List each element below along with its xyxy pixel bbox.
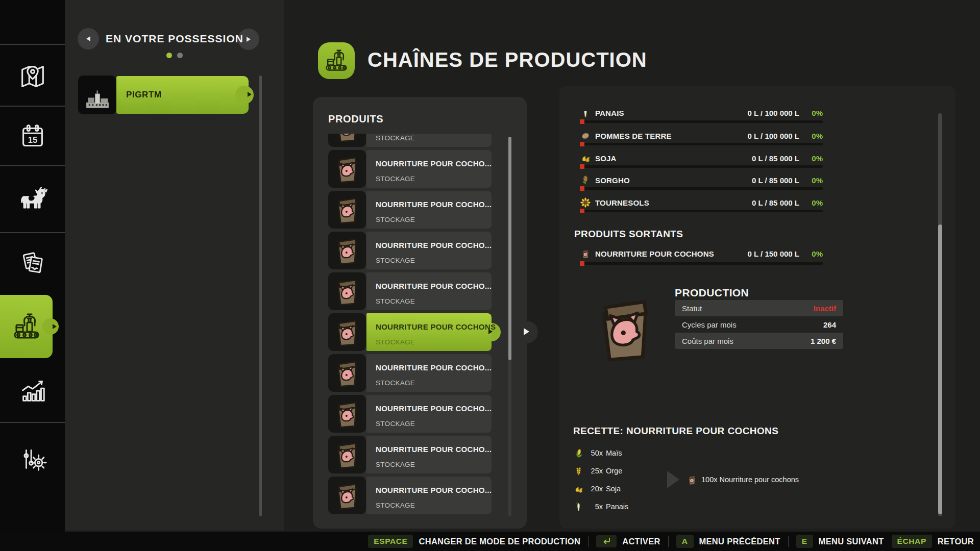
- sidebar-item-calendar[interactable]: 15: [0, 109, 65, 165]
- hint-previous-menu[interactable]: A MENU PRÉCÉDENT: [676, 535, 780, 548]
- storage-value: 0 L / 100 000 L: [748, 132, 799, 140]
- product-item-title: NOURRITURE POUR COCHO...: [376, 486, 492, 494]
- pig-feed-bag-icon: [597, 291, 652, 365]
- hint-label: MENU PRÉCÉDENT: [699, 537, 780, 546]
- hint-activate[interactable]: ACTIVER: [596, 535, 660, 547]
- page-icon-tile: [318, 42, 355, 79]
- bar-marker: [580, 261, 584, 266]
- storage-bar: [580, 120, 823, 123]
- outputs-section-title: PRODUITS SORTANTS: [574, 229, 683, 240]
- sidebar-item-finances[interactable]: [0, 431, 65, 487]
- storage-row: SORGHO 0 L / 85 000 L 0%: [580, 174, 823, 186]
- owned-production-item[interactable]: PIGRTM: [78, 76, 262, 114]
- product-item-subtitle: STOCKAGE: [376, 420, 415, 428]
- storage-percent: 0%: [805, 198, 823, 207]
- detail-scrollbar-thumb[interactable]: [938, 224, 942, 514]
- calendar-day: 15: [28, 135, 37, 144]
- product-image: [597, 291, 652, 367]
- bar-marker: [580, 164, 584, 169]
- ingredient-name: Orge: [606, 467, 622, 475]
- owned-item-label: PIGRTM: [126, 90, 162, 100]
- ingredient-qty: 25x: [586, 467, 603, 475]
- table-row: Statut Inactif: [675, 300, 843, 316]
- production-icon: [323, 47, 350, 74]
- possession-panel: EN VOTRE POSSESSION PIGRTM: [65, 0, 284, 531]
- bar-marker: [580, 142, 584, 146]
- storage-row: TOURNESOLS 0 L / 85 000 L 0%: [580, 197, 823, 208]
- possession-prev-button[interactable]: [78, 28, 99, 49]
- map-icon: [17, 61, 48, 92]
- product-item-subtitle: STOCKAGE: [376, 461, 415, 468]
- hint-label: CHANGER DE MODE DE PRODUCTION: [419, 537, 580, 546]
- divider: [0, 422, 65, 423]
- product-list-item[interactable]: NOURRITURE POUR COCHO... STOCKAGE: [328, 395, 504, 433]
- row-label: Statut: [682, 304, 702, 313]
- storage-percent: 0%: [805, 132, 823, 140]
- product-list-item-selected[interactable]: NOURRITURE POUR COCHONS STOCKAGE: [328, 313, 504, 351]
- divider: [0, 165, 65, 166]
- building-icon: [81, 86, 114, 111]
- sidebar-item-animals[interactable]: [0, 171, 65, 227]
- product-list-item[interactable]: NOURRITURE POUR COCHO... STOCKAGE: [328, 272, 504, 310]
- products-scrollbar-thumb[interactable]: [508, 137, 511, 360]
- product-item-title: NOURRITURE POUR COCHO...: [376, 363, 492, 372]
- storage-name: TOURNESOLS: [595, 198, 649, 207]
- product-list-item[interactable]: NOURRITURE POUR COCHO... STOCKAGE: [328, 477, 504, 514]
- recipe-output-label: 100x Nourriture pour cochons: [701, 475, 799, 484]
- corn-icon: [573, 447, 583, 459]
- recipe-input-row: 20x Soja: [573, 483, 621, 494]
- output-name: NOURRITURE POUR COCHONS: [595, 249, 714, 258]
- pig-feed-bag-icon: [328, 232, 366, 269]
- product-item-title: NOURRITURE POUR COCHO...: [376, 282, 492, 290]
- enter-icon: [602, 537, 611, 545]
- product-list-item[interactable]: NOURRITURE POUR COCHO... STOCKAGE: [328, 354, 504, 392]
- ingredient-name: Soja: [606, 485, 621, 493]
- divider: [0, 44, 65, 45]
- product-list-item[interactable]: NOURRITURE POUR COCHO... STOCKAGE: [328, 232, 504, 269]
- product-list-item[interactable]: NOURRITURE POUR COCHO... STOCKAGE: [328, 436, 504, 473]
- products-panel-title: PRODUITS: [328, 113, 383, 125]
- chevron-left-icon: [86, 36, 90, 41]
- hint-change-production-mode[interactable]: ESPACE CHANGER DE MODE DE PRODUCTION: [368, 535, 580, 548]
- a-key[interactable]: A: [676, 535, 694, 548]
- sidebar-item-production-active[interactable]: [0, 295, 53, 358]
- recipe-section-title: RECETTE: NOURRITURE POUR COCHONS: [573, 425, 778, 437]
- storage-percent: 0%: [805, 111, 823, 117]
- storage-name: SOJA: [595, 154, 617, 163]
- product-list-item[interactable]: NOURRITURE POUR COCHO... STOCKAGE: [328, 150, 504, 188]
- page-title: CHAÎNES DE PRODUCTION: [368, 48, 647, 71]
- recipe-output-row: 100x Nourriture pour cochons: [688, 473, 799, 486]
- product-item-subtitle: STOCKAGE: [376, 338, 415, 346]
- sidebar-item-contracts[interactable]: [0, 235, 65, 291]
- products-scrollbar[interactable]: [508, 137, 511, 516]
- e-key[interactable]: E: [796, 535, 813, 548]
- divider: [0, 106, 65, 107]
- storage-percent: 0%: [805, 154, 823, 163]
- space-key[interactable]: ESPACE: [368, 535, 413, 548]
- hint-next-menu[interactable]: E MENU SUIVANT: [796, 535, 884, 548]
- next-panel-arrow-icon[interactable]: [524, 328, 529, 335]
- production-section-title: PRODUCTION: [675, 287, 749, 299]
- storage-row: SOJA 0 L / 85 000 L 0%: [580, 153, 823, 164]
- product-list-item[interactable]: NOURRITURE POUR COCHO... STOCKAGE: [328, 191, 504, 229]
- production-icon: [10, 310, 43, 343]
- product-list-item[interactable]: NOURRITURE POUR COCHO... STOCKAGE: [328, 134, 504, 147]
- pig-feed-bag-icon: [328, 313, 366, 351]
- storage-bar: [580, 165, 823, 168]
- divider: [588, 536, 589, 547]
- enter-key[interactable]: [596, 535, 617, 547]
- sidebar-item-statistics[interactable]: [0, 363, 65, 419]
- pager-dot-active: [166, 53, 172, 58]
- pig-feed-bag-icon: [328, 436, 366, 473]
- hint-label: MENU SUIVANT: [819, 537, 884, 546]
- escape-key[interactable]: ÉCHAP: [892, 535, 932, 548]
- possession-scrollbar[interactable]: [259, 76, 262, 516]
- hint-back[interactable]: ÉCHAP RETOUR: [892, 535, 974, 548]
- sidebar-item-map[interactable]: [0, 48, 65, 105]
- bar-marker: [580, 186, 584, 191]
- contracts-icon: [17, 247, 48, 279]
- possession-title: EN VOTRE POSSESSION: [101, 33, 249, 45]
- pig-feed-bag-icon: [580, 248, 591, 259]
- detail-scrollbar[interactable]: [938, 113, 942, 516]
- product-item-subtitle: STOCKAGE: [376, 175, 415, 183]
